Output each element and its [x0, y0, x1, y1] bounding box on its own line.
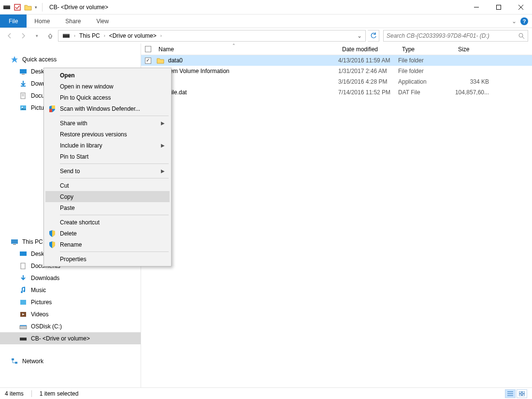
chevron-right-icon[interactable]: › [73, 33, 76, 38]
menu-separator [60, 116, 169, 116]
sort-indicator-icon: ⌃ [232, 43, 236, 48]
titlebar: ▾ CB- <Drive or volume> [0, 0, 532, 15]
close-button[interactable] [510, 0, 532, 15]
tree-pc-cb-drive[interactable]: CB- <Drive or volume> [0, 332, 141, 344]
ribbon-expand-icon[interactable]: ⌄ [512, 18, 517, 25]
crumb-drive[interactable]: <Drive or volume> [107, 32, 158, 39]
file-size: 104,857,60... [454, 89, 493, 96]
chevron-right-icon[interactable]: › [159, 33, 163, 38]
chevron-right-icon[interactable]: › [103, 33, 106, 38]
menu-item-create-shortcut[interactable]: Create shortcut [45, 217, 170, 228]
tree-pc-videos[interactable]: Videos [0, 308, 141, 320]
menu-item-label: Pin to Quick access [60, 94, 111, 101]
tree-quick-access[interactable]: Quick access [0, 53, 141, 65]
tree-label: Pictures [31, 299, 52, 306]
menu-item-pin-to-start[interactable]: Pin to Start [45, 151, 170, 162]
menu-item-label: Share with [60, 120, 87, 127]
back-button[interactable] [4, 30, 15, 42]
shield-icon [48, 241, 56, 249]
col-name[interactable]: Name [155, 44, 338, 55]
folder-icon [157, 57, 164, 64]
shield-icon [48, 105, 56, 113]
menu-item-label: Properties [60, 256, 86, 263]
menu-item-label: Copy [60, 193, 73, 200]
minimize-button[interactable] [465, 0, 488, 15]
tab-view[interactable]: View [88, 15, 116, 28]
menu-item-include-in-library[interactable]: Include in library▶ [45, 140, 170, 151]
row-checkbox[interactable] [141, 58, 155, 64]
svg-rect-40 [519, 391, 521, 393]
tab-home[interactable]: Home [27, 15, 58, 28]
menu-item-cut[interactable]: Cut [45, 180, 170, 191]
music-icon [19, 286, 27, 294]
view-large-button[interactable] [517, 389, 527, 398]
network-icon [11, 357, 18, 365]
star-icon [11, 56, 18, 63]
tree-pc-pictures[interactable]: Pictures [0, 296, 141, 308]
menu-separator [60, 215, 169, 215]
menu-item-restore-previous-versions[interactable]: Restore previous versions [45, 129, 170, 140]
table-row[interactable]: 3/16/2016 4:28 PMApplication334 KB [141, 76, 532, 87]
menu-item-label: Delete [60, 230, 77, 237]
drive-icon [60, 32, 72, 40]
maximize-button[interactable] [488, 0, 510, 15]
col-date[interactable]: Date modified [338, 44, 398, 55]
address-dropdown-icon[interactable]: ⌄ [356, 32, 363, 39]
table-row[interactable]: tem Volume Information1/31/2017 2:46 AMF… [141, 66, 532, 76]
svg-line-10 [522, 37, 524, 39]
menu-item-rename[interactable]: Rename [45, 239, 170, 250]
address-bar[interactable]: › This PC › <Drive or volume> › ⌄ [58, 30, 366, 42]
menu-item-pin-to-quick-access[interactable]: Pin to Quick access [45, 92, 170, 103]
menu-item-open[interactable]: Open [45, 70, 170, 81]
tree-pc-music[interactable]: Music [0, 284, 141, 296]
pc-icon [11, 238, 18, 246]
header-checkbox[interactable] [141, 46, 155, 52]
menu-item-send-to[interactable]: Send to▶ [45, 165, 170, 177]
menu-item-properties[interactable]: Properties [45, 253, 170, 265]
menu-item-delete[interactable]: Delete [45, 228, 170, 239]
view-details-button[interactable] [505, 389, 516, 398]
svg-rect-21 [20, 251, 27, 256]
tree-label: OSDisk (C:) [31, 323, 62, 330]
search-input[interactable] [387, 32, 518, 39]
tree-pc-osdisk[interactable]: OSDisk (C:) [0, 320, 141, 332]
file-type: File folder [398, 68, 454, 74]
table-row[interactable]: tfile.dat7/14/2016 11:52 PMDAT File104,8… [141, 87, 532, 98]
search-box[interactable] [383, 30, 528, 42]
svg-rect-42 [519, 394, 521, 396]
menu-item-scan-with-windows-defender[interactable]: Scan with Windows Defender... [45, 103, 170, 114]
col-size[interactable]: Size [454, 44, 493, 55]
qat-dropdown-icon[interactable]: ▾ [35, 5, 37, 10]
tab-file[interactable]: File [0, 15, 27, 28]
svg-rect-28 [20, 325, 27, 326]
menu-item-paste[interactable]: Paste [45, 202, 170, 213]
tree-pc-downloads[interactable]: Downloads [0, 272, 141, 284]
table-row[interactable]: data04/13/2016 11:59 AMFile folder [141, 55, 532, 66]
help-icon[interactable]: ? [520, 17, 528, 25]
recent-dropdown[interactable]: ▾ [31, 30, 43, 42]
menu-item-open-in-new-window[interactable]: Open in new window [45, 81, 170, 92]
tab-share[interactable]: Share [58, 15, 88, 28]
divider [31, 390, 32, 397]
qat-folder-icon[interactable] [24, 3, 32, 11]
tree-label: Music [31, 287, 46, 294]
refresh-button[interactable] [368, 30, 379, 42]
desktop-icon [19, 68, 27, 75]
search-icon[interactable] [518, 32, 525, 39]
pictures-icon [19, 104, 27, 112]
forward-button[interactable] [17, 30, 29, 42]
col-size-label: Size [458, 46, 469, 53]
up-button[interactable] [44, 30, 56, 42]
menu-item-share-with[interactable]: Share with▶ [45, 118, 170, 129]
svg-rect-0 [3, 6, 10, 9]
crumb-this-pc[interactable]: This PC [77, 32, 102, 39]
svg-rect-1 [3, 5, 10, 6]
tree-network[interactable]: Network [0, 355, 141, 367]
svg-point-24 [23, 290, 25, 292]
tree-label: Downloads [31, 275, 59, 281]
menu-item-copy[interactable]: Copy [45, 191, 170, 202]
qat-properties-icon[interactable] [14, 3, 21, 11]
menu-separator [60, 163, 169, 164]
col-type[interactable]: Type [398, 44, 454, 55]
menu-item-label: Scan with Windows Defender... [60, 105, 140, 112]
